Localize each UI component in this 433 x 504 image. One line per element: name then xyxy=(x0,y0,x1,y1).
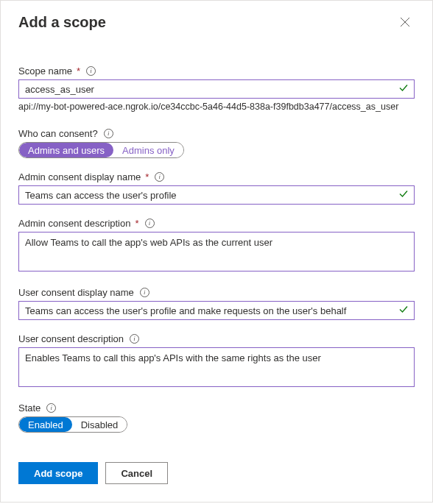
panel-header: Add a scope xyxy=(18,14,415,32)
admin-desc-label: Admin consent description * i xyxy=(18,218,415,229)
label-text: Who can consent? xyxy=(18,128,98,139)
label-text: User consent description xyxy=(18,333,124,344)
state-option-enabled[interactable]: Enabled xyxy=(19,417,72,432)
info-icon[interactable]: i xyxy=(46,403,56,413)
scope-uri: api://my-bot-powered-ace.ngrok.io/ce34cc… xyxy=(18,102,415,112)
info-icon[interactable]: i xyxy=(104,129,113,138)
user-desc-field: User consent description i xyxy=(18,333,415,389)
user-desc-textarea[interactable] xyxy=(18,347,415,387)
admin-desc-field: Admin consent description * i xyxy=(18,218,415,274)
info-icon[interactable]: i xyxy=(145,219,155,228)
required-asterisk: * xyxy=(145,171,149,182)
close-icon[interactable] xyxy=(400,17,415,32)
state-label: State i xyxy=(18,402,415,414)
scope-name-field: Scope name * i xyxy=(18,65,415,99)
who-consent-field: Who can consent? i Admins and users Admi… xyxy=(18,128,415,158)
info-icon[interactable]: i xyxy=(86,66,96,76)
state-option-disabled[interactable]: Disabled xyxy=(72,417,127,432)
user-display-input[interactable] xyxy=(18,301,415,320)
admin-display-input[interactable] xyxy=(18,185,415,205)
who-consent-toggle: Admins and users Admins only xyxy=(18,142,184,158)
scope-name-input[interactable] xyxy=(18,79,415,99)
label-text: Scope name xyxy=(18,65,72,77)
user-desc-label: User consent description i xyxy=(18,333,415,344)
user-display-label: User consent display name i xyxy=(18,287,415,298)
admin-desc-textarea[interactable] xyxy=(18,232,415,271)
panel-title: Add a scope xyxy=(18,14,106,31)
add-scope-button[interactable]: Add scope xyxy=(18,462,98,484)
admin-display-field: Admin consent display name * i xyxy=(18,171,415,205)
scope-name-label: Scope name * i xyxy=(18,65,415,77)
required-asterisk: * xyxy=(77,65,80,77)
info-icon[interactable]: i xyxy=(130,334,139,344)
state-toggle: Enabled Disabled xyxy=(18,416,127,433)
label-text: User consent display name xyxy=(18,287,134,298)
cancel-button[interactable]: Cancel xyxy=(105,462,168,484)
who-consent-label: Who can consent? i xyxy=(18,128,415,139)
consent-option-admins-users[interactable]: Admins and users xyxy=(19,143,113,157)
panel-footer: Add scope Cancel xyxy=(18,462,415,484)
label-text: State xyxy=(18,402,41,414)
admin-display-label: Admin consent display name * i xyxy=(18,171,415,182)
info-icon[interactable]: i xyxy=(155,172,164,182)
info-icon[interactable]: i xyxy=(140,288,149,297)
consent-option-admins-only[interactable]: Admins only xyxy=(113,143,183,157)
required-asterisk: * xyxy=(135,218,138,229)
label-text: Admin consent description xyxy=(18,218,130,229)
user-display-field: User consent display name i xyxy=(18,287,415,320)
add-scope-panel: Add a scope Scope name * i api://my-bot-… xyxy=(0,0,433,503)
label-text: Admin consent display name xyxy=(18,171,141,182)
state-field: State i Enabled Disabled xyxy=(18,402,415,433)
